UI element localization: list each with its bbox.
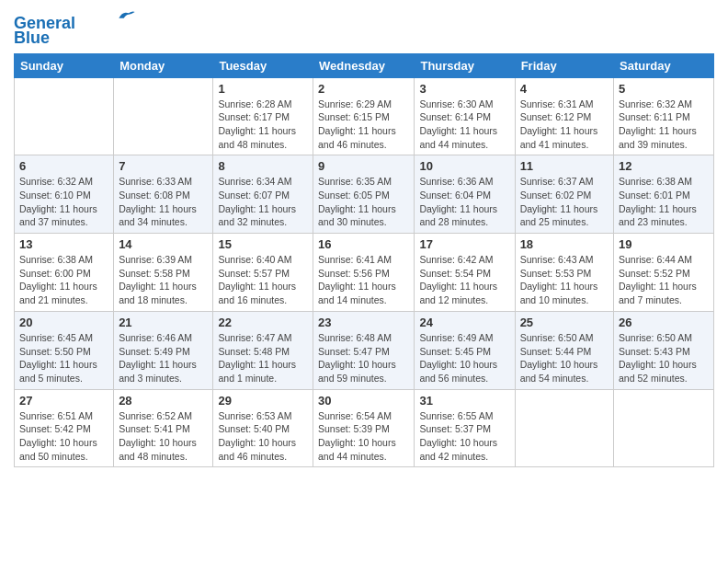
weekday-header-monday: Monday	[114, 53, 213, 77]
calendar-cell	[114, 77, 213, 155]
day-info: Sunrise: 6:36 AM Sunset: 6:04 PM Dayligh…	[419, 175, 509, 229]
logo-text-blue: Blue	[14, 29, 50, 48]
day-info: Sunrise: 6:28 AM Sunset: 6:17 PM Dayligh…	[218, 98, 308, 152]
day-info: Sunrise: 6:32 AM Sunset: 6:10 PM Dayligh…	[19, 175, 108, 229]
calendar-cell: 29Sunrise: 6:53 AM Sunset: 5:40 PM Dayli…	[213, 389, 313, 467]
day-number: 24	[419, 316, 509, 329]
day-number: 3	[419, 82, 509, 96]
day-number: 30	[318, 394, 409, 408]
day-info: Sunrise: 6:47 AM Sunset: 5:48 PM Dayligh…	[218, 331, 308, 385]
weekday-header-row: SundayMondayTuesdayWednesdayThursdayFrid…	[15, 53, 714, 77]
day-info: Sunrise: 6:42 AM Sunset: 5:54 PM Dayligh…	[419, 253, 509, 307]
day-number: 28	[119, 394, 208, 408]
weekday-header-sunday: Sunday	[15, 53, 114, 77]
day-info: Sunrise: 6:52 AM Sunset: 5:41 PM Dayligh…	[119, 409, 208, 464]
weekday-header-tuesday: Tuesday	[213, 53, 313, 77]
day-number: 9	[318, 159, 409, 173]
day-number: 2	[318, 82, 409, 96]
calendar-cell: 30Sunrise: 6:54 AM Sunset: 5:39 PM Dayli…	[313, 389, 415, 467]
day-info: Sunrise: 6:45 AM Sunset: 5:50 PM Dayligh…	[19, 331, 108, 385]
calendar-cell: 17Sunrise: 6:42 AM Sunset: 5:54 PM Dayli…	[415, 234, 515, 312]
day-info: Sunrise: 6:33 AM Sunset: 6:08 PM Dayligh…	[119, 175, 208, 229]
logo: General Blue	[14, 15, 136, 48]
day-info: Sunrise: 6:41 AM Sunset: 5:56 PM Dayligh…	[318, 253, 409, 307]
calendar-cell: 31Sunrise: 6:55 AM Sunset: 5:37 PM Dayli…	[415, 389, 515, 467]
calendar-cell: 10Sunrise: 6:36 AM Sunset: 6:04 PM Dayli…	[415, 155, 515, 234]
day-info: Sunrise: 6:48 AM Sunset: 5:47 PM Dayligh…	[318, 331, 409, 385]
page-header: General Blue	[14, 9, 714, 48]
day-info: Sunrise: 6:50 AM Sunset: 5:43 PM Dayligh…	[619, 331, 709, 385]
day-number: 21	[119, 316, 208, 329]
weekday-header-friday: Friday	[515, 53, 613, 77]
day-number: 5	[619, 82, 709, 96]
calendar-cell: 24Sunrise: 6:49 AM Sunset: 5:45 PM Dayli…	[415, 311, 515, 389]
day-number: 18	[520, 237, 609, 251]
calendar-cell: 19Sunrise: 6:44 AM Sunset: 5:52 PM Dayli…	[614, 234, 714, 312]
calendar-cell: 21Sunrise: 6:46 AM Sunset: 5:49 PM Dayli…	[114, 311, 213, 389]
day-number: 31	[419, 394, 509, 408]
logo-bird-icon	[118, 9, 136, 22]
day-number: 23	[318, 316, 409, 329]
calendar-cell: 26Sunrise: 6:50 AM Sunset: 5:43 PM Dayli…	[614, 311, 714, 389]
day-number: 12	[619, 159, 709, 173]
calendar-cell	[614, 389, 714, 467]
calendar-table: SundayMondayTuesdayWednesdayThursdayFrid…	[14, 53, 714, 468]
calendar-cell: 13Sunrise: 6:38 AM Sunset: 6:00 PM Dayli…	[15, 234, 114, 312]
day-number: 4	[520, 82, 609, 96]
calendar-week-row: 6Sunrise: 6:32 AM Sunset: 6:10 PM Daylig…	[15, 155, 714, 234]
calendar-cell: 7Sunrise: 6:33 AM Sunset: 6:08 PM Daylig…	[114, 155, 213, 234]
day-info: Sunrise: 6:38 AM Sunset: 6:01 PM Dayligh…	[619, 175, 709, 229]
weekday-header-wednesday: Wednesday	[313, 53, 415, 77]
calendar-cell: 23Sunrise: 6:48 AM Sunset: 5:47 PM Dayli…	[313, 311, 415, 389]
calendar-week-row: 1Sunrise: 6:28 AM Sunset: 6:17 PM Daylig…	[15, 77, 714, 155]
day-number: 8	[218, 159, 308, 173]
day-info: Sunrise: 6:30 AM Sunset: 6:14 PM Dayligh…	[419, 98, 509, 152]
calendar-week-row: 27Sunrise: 6:51 AM Sunset: 5:42 PM Dayli…	[15, 389, 714, 467]
day-info: Sunrise: 6:54 AM Sunset: 5:39 PM Dayligh…	[318, 409, 409, 464]
day-number: 1	[218, 82, 308, 96]
day-number: 13	[19, 237, 108, 251]
calendar-cell: 3Sunrise: 6:30 AM Sunset: 6:14 PM Daylig…	[415, 77, 515, 155]
day-info: Sunrise: 6:46 AM Sunset: 5:49 PM Dayligh…	[119, 331, 208, 385]
day-number: 16	[318, 237, 409, 251]
weekday-header-saturday: Saturday	[614, 53, 714, 77]
day-info: Sunrise: 6:34 AM Sunset: 6:07 PM Dayligh…	[218, 175, 308, 229]
calendar-cell: 12Sunrise: 6:38 AM Sunset: 6:01 PM Dayli…	[614, 155, 714, 234]
day-number: 20	[19, 316, 108, 329]
day-info: Sunrise: 6:51 AM Sunset: 5:42 PM Dayligh…	[19, 409, 108, 464]
day-info: Sunrise: 6:32 AM Sunset: 6:11 PM Dayligh…	[619, 98, 709, 152]
calendar-cell: 20Sunrise: 6:45 AM Sunset: 5:50 PM Dayli…	[15, 311, 114, 389]
day-number: 10	[419, 159, 509, 173]
calendar-cell: 25Sunrise: 6:50 AM Sunset: 5:44 PM Dayli…	[515, 311, 613, 389]
weekday-header-thursday: Thursday	[415, 53, 515, 77]
calendar-cell: 14Sunrise: 6:39 AM Sunset: 5:58 PM Dayli…	[114, 234, 213, 312]
day-number: 11	[520, 159, 609, 173]
calendar-cell: 15Sunrise: 6:40 AM Sunset: 5:57 PM Dayli…	[213, 234, 313, 312]
calendar-cell: 9Sunrise: 6:35 AM Sunset: 6:05 PM Daylig…	[313, 155, 415, 234]
day-info: Sunrise: 6:43 AM Sunset: 5:53 PM Dayligh…	[520, 253, 609, 307]
calendar-cell: 22Sunrise: 6:47 AM Sunset: 5:48 PM Dayli…	[213, 311, 313, 389]
day-info: Sunrise: 6:38 AM Sunset: 6:00 PM Dayligh…	[19, 253, 108, 307]
day-info: Sunrise: 6:39 AM Sunset: 5:58 PM Dayligh…	[119, 253, 208, 307]
day-number: 15	[218, 237, 308, 251]
calendar-cell: 1Sunrise: 6:28 AM Sunset: 6:17 PM Daylig…	[213, 77, 313, 155]
day-info: Sunrise: 6:37 AM Sunset: 6:02 PM Dayligh…	[520, 175, 609, 229]
day-number: 14	[119, 237, 208, 251]
calendar-week-row: 20Sunrise: 6:45 AM Sunset: 5:50 PM Dayli…	[15, 311, 714, 389]
day-info: Sunrise: 6:49 AM Sunset: 5:45 PM Dayligh…	[419, 331, 509, 385]
day-info: Sunrise: 6:44 AM Sunset: 5:52 PM Dayligh…	[619, 253, 709, 307]
calendar-cell: 5Sunrise: 6:32 AM Sunset: 6:11 PM Daylig…	[614, 77, 714, 155]
day-number: 6	[19, 159, 108, 173]
calendar-cell	[515, 389, 613, 467]
day-number: 7	[119, 159, 208, 173]
calendar-cell: 27Sunrise: 6:51 AM Sunset: 5:42 PM Dayli…	[15, 389, 114, 467]
day-number: 27	[19, 394, 108, 408]
calendar-cell: 2Sunrise: 6:29 AM Sunset: 6:15 PM Daylig…	[313, 77, 415, 155]
calendar-cell: 28Sunrise: 6:52 AM Sunset: 5:41 PM Dayli…	[114, 389, 213, 467]
calendar-cell: 18Sunrise: 6:43 AM Sunset: 5:53 PM Dayli…	[515, 234, 613, 312]
day-info: Sunrise: 6:55 AM Sunset: 5:37 PM Dayligh…	[419, 409, 509, 464]
day-info: Sunrise: 6:31 AM Sunset: 6:12 PM Dayligh…	[520, 98, 609, 152]
calendar-cell: 6Sunrise: 6:32 AM Sunset: 6:10 PM Daylig…	[15, 155, 114, 234]
title-area	[136, 9, 714, 11]
day-info: Sunrise: 6:40 AM Sunset: 5:57 PM Dayligh…	[218, 253, 308, 307]
